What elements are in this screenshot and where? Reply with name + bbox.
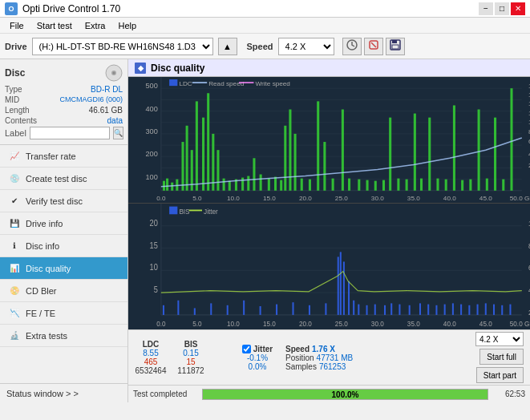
progress-time: 62:53 <box>493 390 525 398</box>
sidebar-item-cd-bler[interactable]: 📀 CD Bler <box>0 280 127 302</box>
svg-rect-72 <box>309 180 311 191</box>
contents-value: data <box>107 116 123 125</box>
svg-rect-158 <box>452 303 454 314</box>
svg-rect-55 <box>207 93 209 191</box>
close-button[interactable]: ✕ <box>511 2 525 15</box>
label-input[interactable] <box>30 127 110 139</box>
max-ldc: 465 <box>144 357 158 366</box>
sidebar-item-transfer-rate[interactable]: 📈 Transfer rate <box>0 145 127 168</box>
mid-value: CMCMAGDI6 (000) <box>59 95 123 104</box>
speed-stat-select[interactable]: 4.2 X <box>475 332 524 346</box>
sidebar-item-label-extra-tests: Extra tests <box>26 331 67 341</box>
svg-rect-142 <box>338 256 339 314</box>
verify-test-disc-icon: ✔ <box>8 195 21 208</box>
maximize-button[interactable]: □ <box>495 2 509 15</box>
sidebar-item-label-disc-quality: Disc quality <box>26 264 71 273</box>
sidebar-item-verify-test-disc[interactable]: ✔ Verify test disc <box>0 190 127 212</box>
disc-quality-header-icon: ◆ <box>135 63 146 74</box>
start-part-button[interactable]: Start part <box>476 367 524 383</box>
svg-rect-145 <box>348 281 350 315</box>
menu-start-test[interactable]: Start test <box>30 19 79 32</box>
svg-text:30.0: 30.0 <box>371 195 384 202</box>
total-ldc: 6532464 <box>136 366 167 375</box>
svg-rect-165 <box>509 305 511 315</box>
svg-rect-78 <box>358 180 360 191</box>
svg-rect-140 <box>309 305 310 315</box>
title-bar: O Opti Drive Control 1.70 − □ ✕ <box>0 0 530 18</box>
svg-rect-161 <box>477 305 479 315</box>
svg-rect-137 <box>260 306 261 315</box>
svg-rect-66 <box>274 177 277 191</box>
disc-quality-icon: 📊 <box>8 262 21 275</box>
menu-file[interactable]: File <box>3 19 30 32</box>
menu-extra[interactable]: Extra <box>79 19 112 32</box>
avg-ldc: 8.55 <box>143 349 158 357</box>
svg-rect-59 <box>229 181 231 191</box>
status-window-button[interactable]: Status window > > <box>0 383 127 402</box>
svg-rect-132 <box>177 301 179 315</box>
sidebar-item-disc-info[interactable]: ℹ Disc info <box>0 235 127 257</box>
jitter-checkbox[interactable] <box>242 345 251 353</box>
svg-text:25.0: 25.0 <box>335 195 348 202</box>
svg-text:50.0 GB: 50.0 GB <box>510 320 530 329</box>
sidebar-item-disc-quality[interactable]: 📊 Disc quality <box>0 257 127 280</box>
speed-select[interactable]: 4.2 X <box>278 38 334 55</box>
minimize-button[interactable]: − <box>479 2 493 15</box>
svg-rect-152 <box>399 305 400 315</box>
progress-bar-area: Test completed 100.0% 62:53 <box>128 385 530 402</box>
svg-rect-149 <box>374 305 376 315</box>
svg-rect-131 <box>163 305 164 315</box>
type-value: BD-R DL <box>91 85 123 94</box>
svg-text:300: 300 <box>145 127 157 135</box>
total-bis: 111872 <box>177 366 204 375</box>
eject-button[interactable]: ▲ <box>218 38 237 55</box>
menu-help[interactable]: Help <box>111 19 143 32</box>
svg-rect-156 <box>435 305 437 315</box>
save-icon-button[interactable] <box>386 38 405 55</box>
svg-rect-51 <box>186 126 188 191</box>
svg-rect-82 <box>389 118 391 191</box>
menu-bar: File Start test Extra Help <box>0 18 530 34</box>
progress-percent: 100.0% <box>203 390 488 399</box>
sidebar-item-create-test-disc[interactable]: 💿 Create test disc <box>0 168 127 190</box>
sidebar-item-label-disc-info: Disc info <box>26 241 59 251</box>
disc-icon <box>105 64 123 82</box>
drive-info-icon: 💾 <box>8 217 21 230</box>
sidebar-item-extra-tests[interactable]: 🔬 Extra tests <box>0 325 127 347</box>
speed-icon-1[interactable] <box>342 38 362 55</box>
svg-text:30.0: 30.0 <box>371 320 384 329</box>
speed-icon-2[interactable] <box>364 38 383 55</box>
label-button[interactable]: 🔍 <box>113 127 123 139</box>
speed-stat-label: Speed <box>285 345 310 353</box>
avg-jitter: -0.1% <box>247 353 268 362</box>
svg-rect-63 <box>253 158 255 191</box>
disc-quality-title: Disc quality <box>151 63 204 74</box>
drive-select[interactable]: (H:) HL-DT-ST BD-RE WH16NS48 1.D3 <box>32 38 213 55</box>
svg-text:0.0: 0.0 <box>156 320 165 329</box>
sidebar-item-label-drive-info: Drive info <box>26 219 63 228</box>
svg-rect-4 <box>392 40 397 43</box>
svg-text:50.0 GB: 50.0 GB <box>510 195 530 202</box>
svg-rect-157 <box>444 305 446 315</box>
svg-rect-73 <box>317 101 319 190</box>
svg-rect-83 <box>397 179 399 191</box>
max-bis: 15 <box>186 357 195 366</box>
drive-bar: Drive (H:) HL-DT-ST BD-RE WH16NS48 1.D3 … <box>0 34 530 59</box>
sidebar-item-drive-info[interactable]: 💾 Drive info <box>0 212 127 235</box>
sidebar-item-fe-te[interactable]: 📉 FE / TE <box>0 302 127 325</box>
svg-text:40.0: 40.0 <box>443 195 456 202</box>
start-full-button[interactable]: Start full <box>479 349 524 365</box>
svg-rect-92 <box>469 180 471 191</box>
svg-rect-87 <box>428 118 431 191</box>
svg-text:5: 5 <box>154 285 158 294</box>
label-label: Label <box>5 128 26 138</box>
svg-rect-84 <box>406 180 408 191</box>
svg-rect-76 <box>342 110 344 191</box>
svg-text:Read speed: Read speed <box>208 80 244 87</box>
svg-rect-68 <box>284 126 286 191</box>
disc-quality-header: ◆ Disc quality <box>128 59 530 77</box>
svg-rect-155 <box>427 305 429 315</box>
sidebar-item-label-transfer-rate: Transfer rate <box>26 151 76 161</box>
svg-line-2 <box>371 42 376 47</box>
stats-bar: LDC 8.55 465 6532464 BIS 0.15 15 111872 … <box>128 329 530 385</box>
